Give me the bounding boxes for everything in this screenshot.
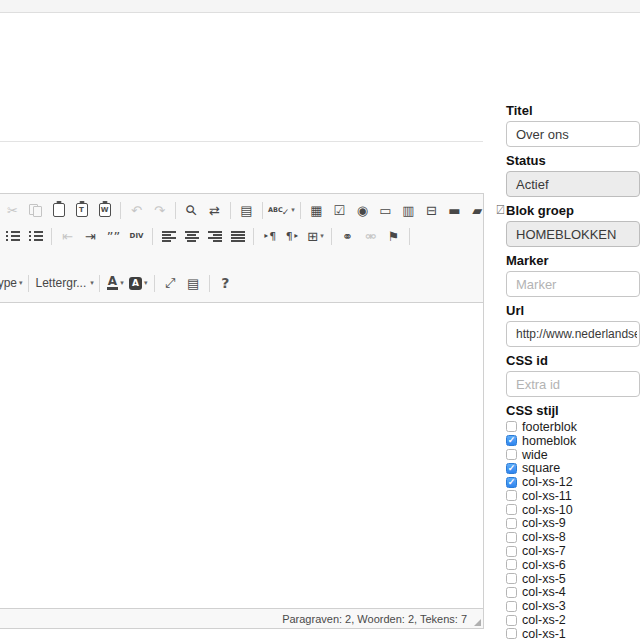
browser-top-bar xyxy=(0,0,640,13)
undo-icon[interactable]: ↶ xyxy=(126,200,147,220)
anchor-icon[interactable]: ⚑ xyxy=(383,226,404,246)
css-id-label: CSS id xyxy=(506,354,640,367)
checkbox-unchecked-icon[interactable] xyxy=(506,421,517,432)
redo-icon[interactable]: ↷ xyxy=(149,200,170,220)
increase-indent-icon[interactable]: ⇥ xyxy=(80,226,101,246)
select-field-icon[interactable]: ⊟ xyxy=(421,200,442,220)
checkbox-unchecked-icon[interactable] xyxy=(506,532,517,543)
replace-icon[interactable]: ⇄ xyxy=(204,200,225,220)
css-option-col-xs-9[interactable]: col-xs-9 xyxy=(506,517,640,531)
cut-icon[interactable]: ✂ xyxy=(2,200,23,220)
unlink-icon[interactable]: ⚮ xyxy=(360,226,381,246)
css-option-col-xs-3[interactable]: col-xs-3 xyxy=(506,599,640,613)
titel-input[interactable] xyxy=(506,121,640,147)
checkbox-unchecked-icon[interactable] xyxy=(506,504,517,515)
checkbox-unchecked-icon[interactable] xyxy=(506,490,517,501)
checkbox-checked-icon[interactable]: ✓ xyxy=(506,463,517,474)
css-option-homeblok[interactable]: ✓ homeblok xyxy=(506,434,640,448)
bullet-list-icon[interactable] xyxy=(25,226,46,246)
text-color-icon[interactable]: A▾ xyxy=(105,273,126,293)
checkbox-field-icon[interactable]: ☑ xyxy=(329,200,350,220)
status-select-value: Actief xyxy=(516,177,549,192)
resize-grip[interactable] xyxy=(474,619,481,626)
select-all-icon[interactable]: ▤ xyxy=(236,200,257,220)
text-field-icon[interactable]: ▭ xyxy=(375,200,396,220)
checkbox-checked-icon[interactable]: ✓ xyxy=(506,435,517,446)
checkbox-label: homeblok xyxy=(522,434,576,448)
paste-as-text-icon[interactable]: T xyxy=(71,200,92,220)
css-option-footerblok[interactable]: footerblok xyxy=(506,420,640,434)
editor-content-area[interactable] xyxy=(0,303,483,608)
paste-icon[interactable] xyxy=(48,200,69,220)
url-input[interactable] xyxy=(506,321,640,347)
text-direction-rtl-icon[interactable]: ¶‣ xyxy=(282,226,303,246)
decrease-indent-icon[interactable]: ⇤ xyxy=(57,226,78,246)
css-option-col-xs-11[interactable]: col-xs-11 xyxy=(506,489,640,503)
background-color-icon[interactable]: A▾ xyxy=(128,273,149,293)
checkbox-checked-icon[interactable]: ✓ xyxy=(506,477,517,488)
checkbox-unchecked-icon[interactable] xyxy=(506,518,517,529)
marker-input[interactable] xyxy=(506,271,640,297)
spellcheck-dropdown-arrow: ▾ xyxy=(291,206,295,214)
numbered-list-icon[interactable] xyxy=(2,226,23,246)
find-icon[interactable]: ⚲ xyxy=(181,200,202,220)
blok-groep-select[interactable]: HOMEBLOKKEN xyxy=(506,221,640,247)
toolbar-separator xyxy=(152,228,153,245)
language-icon[interactable]: ⊞▾ xyxy=(305,226,326,246)
css-option-wide[interactable]: wide xyxy=(506,448,640,462)
button-field-icon[interactable]: ▬ xyxy=(444,200,465,220)
div-container-icon[interactable]: DIV xyxy=(126,226,147,246)
format-combo-label: Opmaaktype xyxy=(0,276,17,290)
editor-status-bar: Paragraven: 2, Woorden: 2, Tekens: 7 xyxy=(0,608,483,628)
css-option-col-xs-10[interactable]: col-xs-10 xyxy=(506,503,640,517)
textarea-field-icon[interactable]: ▥ xyxy=(398,200,419,220)
css-option-col-xs-2[interactable]: col-xs-2 xyxy=(506,613,640,627)
radio-field-icon[interactable]: ◉ xyxy=(352,200,373,220)
copy-icon[interactable] xyxy=(25,200,46,220)
css-option-col-xs-8[interactable]: col-xs-8 xyxy=(506,530,640,544)
css-option-square[interactable]: ✓ square xyxy=(506,461,640,475)
maximize-icon[interactable]: ⤢ xyxy=(160,273,181,293)
justify-icon[interactable] xyxy=(227,226,248,246)
checkbox-label: footerblok xyxy=(522,420,577,434)
font-size-combo[interactable]: Lettergr...▾ xyxy=(34,276,94,290)
toolbar-separator xyxy=(175,202,176,219)
about-icon[interactable]: ? xyxy=(215,273,236,293)
form-icon[interactable]: ▦ xyxy=(306,200,327,220)
css-id-input[interactable] xyxy=(506,371,640,397)
blockquote-icon[interactable]: ”” xyxy=(103,226,124,246)
css-option-col-xs-6[interactable]: col-xs-6 xyxy=(506,558,640,572)
text-direction-ltr-icon[interactable]: ‣¶ xyxy=(259,226,280,246)
css-option-col-xs-4[interactable]: col-xs-4 xyxy=(506,586,640,600)
checkbox-unchecked-icon[interactable] xyxy=(506,601,517,612)
css-option-col-xs-1[interactable]: col-xs-1 xyxy=(506,627,640,640)
status-select[interactable]: Actief xyxy=(506,171,640,197)
toolbar-separator xyxy=(253,228,254,245)
url-field-group: Url xyxy=(506,304,640,347)
show-blocks-icon[interactable]: ▤ xyxy=(183,273,204,293)
align-right-icon[interactable] xyxy=(204,226,225,246)
checkbox-unchecked-icon[interactable] xyxy=(506,449,517,460)
css-option-col-xs-12[interactable]: ✓ col-xs-12 xyxy=(506,475,640,489)
toolbar-separator xyxy=(209,275,210,292)
checkbox-unchecked-icon[interactable] xyxy=(506,615,517,626)
paragraph-format-combo[interactable]: Opmaaktype▾ xyxy=(0,276,23,290)
paste-from-word-icon[interactable]: W xyxy=(94,200,115,220)
status-field-group: Status Actief xyxy=(506,154,640,197)
checkbox-unchecked-icon[interactable] xyxy=(506,628,517,639)
checkbox-unchecked-icon[interactable] xyxy=(506,587,517,598)
toolbar-separator xyxy=(154,275,155,292)
spellcheck-icon[interactable]: ABC✓▾ xyxy=(268,200,295,220)
image-button-icon[interactable]: ▰ xyxy=(467,200,488,220)
checkbox-unchecked-icon[interactable] xyxy=(506,573,517,584)
titel-label: Titel xyxy=(506,104,640,117)
link-icon[interactable]: ⚭ xyxy=(337,226,358,246)
checkbox-unchecked-icon[interactable] xyxy=(506,546,517,557)
css-option-col-xs-7[interactable]: col-xs-7 xyxy=(506,544,640,558)
language-glyph: ⊞ xyxy=(307,229,318,244)
checkbox-unchecked-icon[interactable] xyxy=(506,559,517,570)
css-option-col-xs-5[interactable]: col-xs-5 xyxy=(506,572,640,586)
toolbar-separator xyxy=(262,202,263,219)
align-left-icon[interactable] xyxy=(158,226,179,246)
align-center-icon[interactable] xyxy=(181,226,202,246)
